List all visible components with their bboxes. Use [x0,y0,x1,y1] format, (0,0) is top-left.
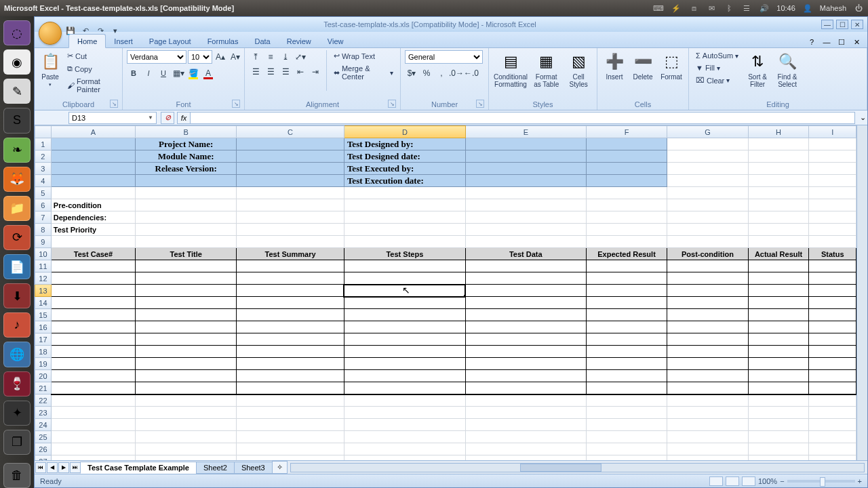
select-all-corner[interactable] [35,126,52,138]
accounting-button[interactable]: $▾ [405,66,418,80]
cell-C3[interactable] [237,163,344,175]
cell-G18[interactable] [667,346,748,358]
cell-A7[interactable]: Dependencies: [51,211,135,224]
cell-C13[interactable] [237,285,344,297]
cell-B6[interactable] [136,199,237,211]
row-header-27[interactable]: 27 [35,455,52,461]
cell-D18[interactable] [344,346,465,358]
cell-D1[interactable]: Test Designed by: [344,138,465,150]
font-name-select[interactable]: Verdana [127,50,186,64]
cell-A10[interactable]: Test Case# [51,248,135,260]
cell-A24[interactable] [51,419,135,431]
cell-E11[interactable] [465,260,586,272]
number-format-select[interactable]: General [405,50,483,64]
format-as-table-button[interactable]: ▦Format as Table [531,50,561,89]
cell-I22[interactable] [809,394,856,407]
cell-A27[interactable] [51,455,135,461]
cell-G26[interactable] [667,443,748,455]
cell-C15[interactable] [237,309,344,321]
inc-decimal-button[interactable]: .0→ [450,66,463,80]
cell-E23[interactable] [465,407,586,419]
formula-input[interactable] [191,112,855,124]
cell-D22[interactable] [344,394,465,407]
row-header-4[interactable]: 4 [35,175,52,187]
help-icon[interactable]: ? [806,37,817,47]
cell-C10[interactable]: Test Summary [237,248,344,260]
col-header-A[interactable]: A [51,126,135,138]
cell-E16[interactable] [465,321,586,333]
align-left-button[interactable]: ☰ [249,65,262,79]
autosum-button[interactable]: ΣAutoSum ▾ [693,50,741,61]
cell-E9[interactable] [465,236,586,248]
sheet-nav-last[interactable]: ⏭ [70,462,81,473]
cell-G20[interactable] [667,370,748,382]
cell-A14[interactable] [51,297,135,309]
row-header-7[interactable]: 7 [35,211,52,224]
font-size-select[interactable]: 10 [188,50,212,64]
launcher-chrome[interactable]: ◉ [3,49,31,75]
format-cells-button[interactable]: ⬚Format [658,50,684,82]
cell-G6[interactable] [667,199,748,211]
cell-D27[interactable] [344,455,465,461]
row-header-17[interactable]: 17 [35,333,52,346]
launcher-writer[interactable]: 📄 [3,254,31,279]
cell-H26[interactable] [748,443,809,455]
cell-E21[interactable] [465,382,586,394]
cell-D8[interactable] [344,224,465,236]
launcher-colors[interactable]: ✦ [3,401,31,426]
cell-B22[interactable] [136,394,237,407]
cell-G27[interactable] [667,455,748,461]
cell-G3[interactable] [667,163,748,175]
row-header-2[interactable]: 2 [35,150,52,163]
row-header-11[interactable]: 11 [35,260,52,272]
launcher-trash[interactable]: 🗑 [3,463,31,488]
cell-H25[interactable] [748,431,809,443]
indicator-bolt-icon[interactable]: ⚡ [671,3,682,14]
new-sheet-button[interactable]: ✧ [272,461,288,474]
cell-B9[interactable] [136,236,237,248]
cell-H6[interactable] [748,199,809,211]
percent-button[interactable]: % [420,66,433,80]
align-center-button[interactable]: ☰ [264,65,277,79]
indicator-mail-icon[interactable]: ✉ [706,3,717,14]
launcher-files[interactable]: 📁 [3,196,31,221]
underline-button[interactable]: U [157,66,170,80]
fill-color-button[interactable]: 🪣 [186,66,200,80]
cell-B25[interactable] [136,431,237,443]
cell-D17[interactable] [344,333,465,346]
cell-I7[interactable] [809,211,856,224]
cell-F8[interactable] [586,224,667,236]
cell-F11[interactable] [586,260,667,272]
cell-A21[interactable] [51,382,135,394]
launcher-dash[interactable]: ◌ [3,20,31,45]
cell-H2[interactable] [748,150,809,163]
row-header-23[interactable]: 23 [35,407,52,419]
comma-button[interactable]: , [435,66,448,80]
row-header-6[interactable]: 6 [35,199,52,211]
cell-C9[interactable] [237,236,344,248]
cell-A5[interactable] [51,187,135,199]
cell-D2[interactable]: Test Designed date: [344,150,465,163]
horizontal-scrollbar[interactable] [290,463,865,472]
window-min-button[interactable]: — [821,20,833,29]
row-header-19[interactable]: 19 [35,358,52,370]
cell-D25[interactable] [344,431,465,443]
expand-formula-icon[interactable]: ⌄ [858,113,867,122]
col-header-F[interactable]: F [586,126,667,138]
cell-A16[interactable] [51,321,135,333]
cell-H23[interactable] [748,407,809,419]
cell-A3[interactable] [51,163,135,175]
row-header-8[interactable]: 8 [35,224,52,236]
row-header-14[interactable]: 14 [35,297,52,309]
cell-C24[interactable] [237,419,344,431]
launcher-leaf[interactable]: ❧ [3,138,31,163]
col-header-D[interactable]: D [344,126,465,138]
cell-H11[interactable] [748,260,809,272]
cell-I16[interactable] [809,321,856,333]
cell-C22[interactable] [237,394,344,407]
row-header-25[interactable]: 25 [35,431,52,443]
cell-A26[interactable] [51,443,135,455]
cell-C21[interactable] [237,382,344,394]
cell-C17[interactable] [237,333,344,346]
cell-D10[interactable]: Test Steps [344,248,465,260]
